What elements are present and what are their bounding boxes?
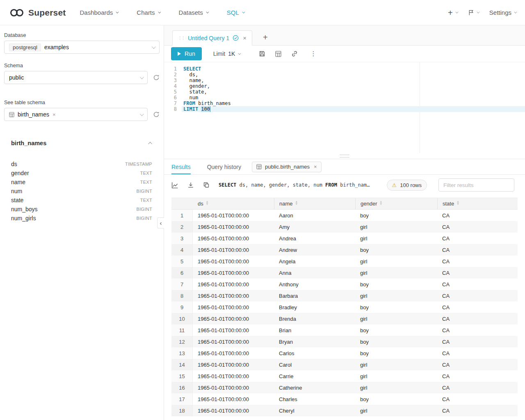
table-preview-tab[interactable]: public.birth_names × — [252, 162, 322, 172]
row-count-badge: ⚠ 100 rows — [387, 180, 427, 191]
column-header[interactable]: name ▴ ▾ — [274, 198, 355, 209]
refresh-tables-button[interactable] — [153, 111, 160, 118]
pane-resizer[interactable] — [164, 153, 525, 159]
cell-state: CA — [437, 347, 518, 359]
refresh-icon — [153, 74, 160, 81]
close-icon[interactable]: × — [243, 35, 247, 41]
tab-results[interactable]: Results — [171, 159, 191, 174]
preview-tab-label: public.birth_names — [265, 164, 310, 170]
cell-state: CA — [437, 359, 518, 370]
cell-ds: 1965-01-01T00:00:00 — [193, 290, 274, 301]
schema-label: Schema — [4, 63, 160, 68]
new-tab-button[interactable]: + — [263, 33, 268, 41]
saved-check-icon — [233, 35, 239, 41]
cell-ds: 1965-01-01T00:00:00 — [193, 405, 274, 416]
column-header[interactable]: state ▴ ▾ — [437, 198, 518, 209]
row-number: 12 — [171, 336, 193, 347]
cell-gender: girl — [355, 370, 437, 382]
cell-state: CA — [437, 233, 518, 244]
table-schema-panel: birth_names ds TIMESTAMP gender TEXT nam… — [4, 139, 160, 223]
alerts-menu[interactable] — [468, 9, 479, 16]
database-select[interactable]: postgresql examples — [4, 41, 160, 54]
code-line: 7 FROM birth_names — [164, 100, 525, 106]
copy-link-button[interactable] — [291, 50, 298, 57]
play-icon — [178, 52, 181, 56]
column-row: name TEXT — [11, 178, 152, 187]
superset-logo[interactable]: Superset — [9, 7, 66, 18]
cell-gender: girl — [355, 382, 437, 393]
nav-item[interactable]: SQL — [227, 9, 244, 16]
settings-label: Settings — [489, 9, 511, 16]
results-panel: Results Query history public.birth_names… — [164, 159, 525, 420]
sort-icon[interactable]: ▴ ▾ — [296, 201, 298, 206]
chevron-down-icon — [514, 11, 517, 14]
sort-icon[interactable]: ▴ ▾ — [380, 201, 382, 206]
cell-gender: boy — [355, 336, 437, 347]
cell-state: CA — [437, 324, 518, 336]
sort-icon[interactable]: ▴ ▾ — [457, 201, 459, 206]
copy-to-clipboard-button[interactable] — [203, 182, 210, 188]
query-tabbar: ⋮⋮ Untitled Query 1 × + — [164, 25, 525, 46]
code-line: 2 ds, — [164, 72, 525, 78]
limit-dropdown[interactable]: Limit 1K — [213, 50, 240, 57]
cell-gender: girl — [355, 267, 437, 278]
column-type: TIMESTAMP — [125, 162, 152, 167]
render-parameters-button[interactable] — [275, 51, 281, 57]
cell-state: CA — [437, 393, 518, 405]
db-engine-tag: postgresql — [9, 43, 41, 51]
column-type: BIGINT — [137, 216, 152, 221]
cell-ds: 1965-01-01T00:00:00 — [193, 347, 274, 359]
table-icon — [275, 51, 281, 57]
row-number: 15 — [171, 370, 193, 382]
nav-item[interactable]: Charts — [137, 9, 160, 16]
sql-editor[interactable]: 1 SELECT 2 ds, 3 name, 4 gender, 5 state — [164, 62, 525, 153]
nav-item[interactable]: Datasets — [179, 9, 208, 16]
cell-name: Bradley — [274, 301, 355, 313]
run-button[interactable]: Run — [171, 47, 202, 60]
chevron-down-icon — [477, 11, 479, 14]
save-query-button[interactable] — [259, 50, 265, 57]
row-number: 2 — [171, 221, 193, 233]
run-label: Run — [185, 50, 195, 57]
cell-ds: 1965-01-01T00:00:00 — [193, 370, 274, 382]
close-icon[interactable]: × — [52, 112, 56, 118]
save-icon — [259, 50, 265, 57]
collapse-sidebar-button[interactable]: ‹ — [157, 217, 164, 228]
column-header[interactable]: gender ▴ ▾ — [355, 198, 437, 209]
filter-results-input[interactable] — [438, 178, 514, 192]
table-panel-header[interactable]: birth_names — [11, 139, 152, 147]
column-row: gender TEXT — [11, 169, 152, 178]
nav-item[interactable]: Dashboards — [80, 9, 118, 16]
column-list: ds TIMESTAMP gender TEXT name TEXT num B… — [11, 160, 152, 223]
more-options-button[interactable]: ⋮ — [310, 50, 316, 57]
cell-ds: 1965-01-01T00:00:00 — [193, 336, 274, 347]
schema-select[interactable]: public — [4, 71, 148, 84]
cell-ds: 1965-01-01T00:00:00 — [193, 382, 274, 393]
table-select[interactable]: birth_names × — [4, 108, 148, 121]
column-name: num — [11, 188, 22, 194]
cell-ds: 1965-01-01T00:00:00 — [193, 267, 274, 278]
cell-ds: 1965-01-01T00:00:00 — [193, 393, 274, 405]
line-number: 7 — [164, 100, 182, 106]
close-icon[interactable]: × — [314, 164, 317, 169]
cell-name: Angela — [274, 256, 355, 267]
create-chart-button[interactable] — [171, 182, 178, 189]
table-row: 17 1965-01-01T00:00:00 Charles boy CA — [171, 393, 518, 405]
column-header[interactable]: ds ▴ ▾ — [193, 198, 274, 209]
settings-menu[interactable]: Settings — [489, 9, 516, 16]
new-item-menu[interactable]: + — [448, 9, 457, 17]
line-number: 8 — [164, 106, 182, 112]
editor-toolbar: Run Limit 1K — [164, 46, 525, 62]
drag-grip-icon: ⋮⋮ — [178, 36, 185, 40]
query-tab[interactable]: ⋮⋮ Untitled Query 1 × — [172, 30, 252, 46]
tab-query-history[interactable]: Query history — [207, 159, 241, 174]
cell-name: Barbara — [274, 290, 355, 301]
cell-state: CA — [437, 221, 518, 233]
executed-query-preview[interactable]: SELECT ds, name, gender, state, num FROM… — [219, 182, 370, 188]
cell-ds: 1965-01-01T00:00:00 — [193, 313, 274, 324]
sort-icon[interactable]: ▴ ▾ — [206, 201, 208, 206]
cell-name: Cheryl — [274, 405, 355, 416]
column-header-label: ds — [198, 201, 203, 207]
refresh-schemas-button[interactable] — [153, 74, 160, 81]
download-csv-button[interactable] — [187, 182, 194, 188]
